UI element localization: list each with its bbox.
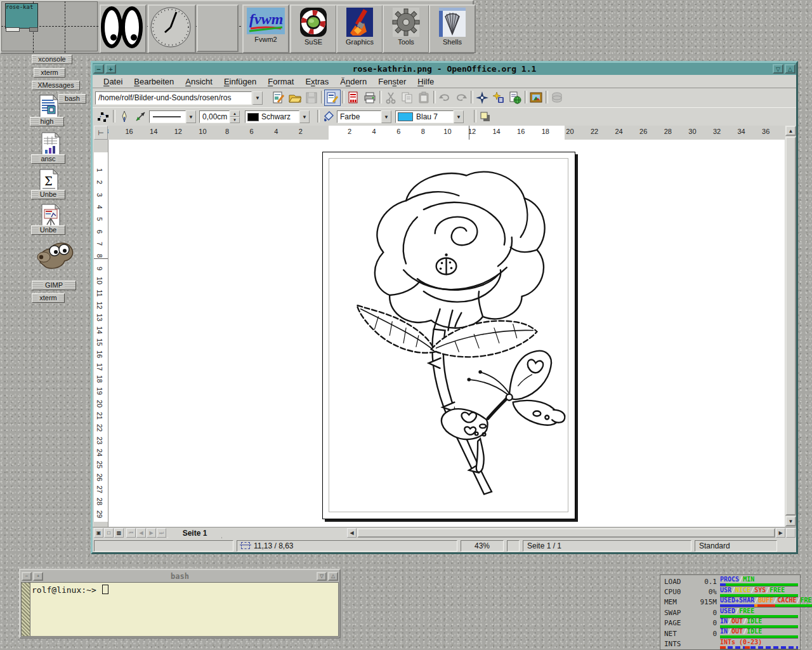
line-color-select[interactable]: Schwarz	[245, 110, 299, 123]
taskbar-button-tools[interactable]: Tools	[383, 4, 429, 53]
horizontal-ruler[interactable]: 1816141210864224681012141618202224262830…	[108, 126, 785, 140]
vertical-ruler[interactable]: 1234567891011121314151617181920212223242…	[94, 140, 108, 527]
hscroll-left-button[interactable]: ◀	[347, 528, 357, 538]
window-sticky-button[interactable]: +	[105, 64, 116, 74]
rose-drawing[interactable]	[329, 159, 568, 512]
taskbar-button-shells[interactable]: Shells	[429, 4, 476, 53]
edit-file-button[interactable]	[324, 90, 341, 106]
desktop-icon-label-bash[interactable]: bash	[58, 94, 86, 103]
edit-points-button[interactable]	[95, 109, 112, 125]
cut-button[interactable]	[383, 90, 399, 106]
arrow-ends-button[interactable]	[133, 109, 149, 125]
desktop-icon-gimp[interactable]	[36, 240, 76, 277]
terminal-scrollbar[interactable]	[22, 583, 30, 636]
desktop-icon-label-xconsole[interactable]: xconsole	[32, 55, 72, 64]
fvwm-pager[interactable]: rose-kat	[1, 1, 98, 51]
window-titlebar[interactable]: − + rose-kathrin.png - OpenOffice.org 1.…	[93, 63, 796, 75]
fill-type-select[interactable]: Farbe	[337, 110, 381, 123]
hscroll-right-button[interactable]: ▶	[776, 528, 785, 538]
terminal-body[interactable]: rolf@linux:~>	[21, 582, 339, 637]
fill-type-dropdown[interactable]: ▼	[381, 110, 391, 123]
url-dropdown-button[interactable]: ▼	[252, 91, 263, 105]
desktop-icon-label-unbe[interactable]: Unbe	[31, 225, 65, 235]
data-source-button[interactable]	[549, 90, 565, 106]
layer-view-button-2[interactable]: □	[104, 528, 114, 538]
pager-mini-terminal[interactable]	[6, 27, 20, 32]
url-input[interactable]: /home/rolf/Bilder-und-Sounds/rosen/ros	[95, 91, 252, 105]
last-page-button[interactable]: ⏭	[157, 528, 166, 538]
menu-bearbeiten[interactable]: Bearbeiten	[128, 76, 180, 88]
document-page[interactable]	[322, 152, 575, 519]
fill-color-dropdown[interactable]: ▼	[454, 110, 464, 123]
menu-ndern[interactable]: Ändern	[334, 76, 372, 88]
line-width-spinner[interactable]: ▲ ▼	[230, 110, 240, 123]
iconify-button[interactable]: ▽	[773, 64, 783, 74]
line-style-button[interactable]	[116, 109, 133, 125]
terminal-iconify-button[interactable]: ▽	[317, 572, 327, 581]
copy-button[interactable]	[399, 90, 416, 106]
fill-color-select[interactable]: Blau 7	[395, 110, 454, 123]
maximize-button[interactable]: △	[785, 64, 796, 74]
desktop-icon-label-unbe[interactable]: Unbe	[31, 190, 65, 199]
window-menu-button[interactable]: −	[93, 64, 104, 74]
line-style-dropdown[interactable]: ▼	[186, 110, 196, 123]
taskbar-button-fvwm2[interactable]: fvwm Fvwm2	[242, 4, 289, 53]
layer-view-button-1[interactable]: ▣	[94, 528, 103, 538]
shadow-button[interactable]	[477, 109, 494, 125]
autopilot-button[interactable]	[490, 90, 507, 106]
terminal-menu-button[interactable]: −	[22, 572, 32, 581]
scroll-up-button[interactable]: ▲	[785, 126, 796, 136]
menu-einfgen[interactable]: Einfügen	[218, 76, 262, 88]
line-color-dropdown[interactable]: ▼	[299, 110, 310, 123]
spin-down-button[interactable]: ▼	[230, 117, 240, 123]
line-width-input[interactable]: 0,00cm	[199, 110, 230, 123]
desktop-icon-label-xterm[interactable]: xterm	[32, 293, 65, 303]
print-button[interactable]	[362, 90, 378, 106]
desktop-icon-label-xmessages[interactable]: XMessages	[32, 81, 80, 90]
desktop-icon-label-high[interactable]: high	[30, 117, 64, 126]
open-button[interactable]	[287, 90, 303, 106]
save-button[interactable]	[303, 90, 320, 106]
fill-style-button[interactable]	[320, 109, 337, 125]
menu-fenster[interactable]: Fenster	[372, 76, 412, 88]
paste-button[interactable]	[416, 90, 432, 106]
pager-mini-window-2[interactable]	[29, 27, 38, 32]
first-page-button[interactable]: ⏮	[126, 528, 136, 538]
drawing-canvas[interactable]	[108, 140, 785, 527]
status-mode-field[interactable]	[507, 540, 520, 552]
menu-ansicht[interactable]: Ansicht	[180, 76, 218, 88]
export-pdf-button[interactable]	[345, 90, 362, 106]
page-tab[interactable]: Seite 1	[167, 527, 222, 538]
terminal-maximize-button[interactable]: △	[328, 572, 338, 581]
scroll-down-button[interactable]: ▼	[785, 516, 796, 526]
desktop-icon-label-xterm[interactable]: xterm	[34, 68, 65, 77]
status-zoom-field[interactable]: 43%	[461, 540, 504, 552]
desktop-icon-label-gimp[interactable]: GIMP	[32, 281, 76, 290]
menu-datei[interactable]: Datei	[98, 76, 128, 88]
redo-button[interactable]	[453, 90, 469, 106]
hyperlink-button[interactable]	[507, 90, 523, 106]
prev-page-button[interactable]: ◀	[136, 528, 146, 538]
line-style-select[interactable]	[149, 110, 186, 123]
menu-format[interactable]: Format	[262, 76, 299, 88]
menu-hilfe[interactable]: Hilfe	[412, 76, 440, 88]
pager-mini-window[interactable]: rose-kat	[5, 3, 38, 29]
new-edit-button[interactable]	[270, 90, 287, 106]
menu-extras[interactable]: Extras	[299, 76, 334, 88]
window-resize-corner[interactable]	[786, 528, 796, 538]
terminal-titlebar[interactable]: − + bash ▽ △	[21, 571, 339, 581]
vertical-scrollbar[interactable]: ▲ ▼	[785, 126, 796, 527]
gallery-button[interactable]	[528, 90, 544, 106]
vertical-scrollbar-thumb[interactable]	[785, 136, 796, 515]
ruler-origin-button[interactable]: ⊢	[94, 126, 108, 140]
spin-up-button[interactable]: ▲	[230, 110, 240, 117]
terminal-sticky-button[interactable]: +	[33, 572, 43, 581]
next-page-button[interactable]: ▶	[147, 528, 156, 538]
taskbar-button-suse[interactable]: SuSE	[290, 4, 337, 53]
layer-view-button-3[interactable]: ▩	[114, 528, 124, 538]
undo-button[interactable]	[436, 90, 453, 106]
desktop-icon-label-ansc[interactable]: ansc	[31, 154, 65, 164]
horizontal-scrollbar-thumb[interactable]	[357, 528, 775, 538]
navigator-button[interactable]	[474, 90, 490, 106]
taskbar-button-graphics[interactable]: Graphics	[336, 4, 383, 53]
